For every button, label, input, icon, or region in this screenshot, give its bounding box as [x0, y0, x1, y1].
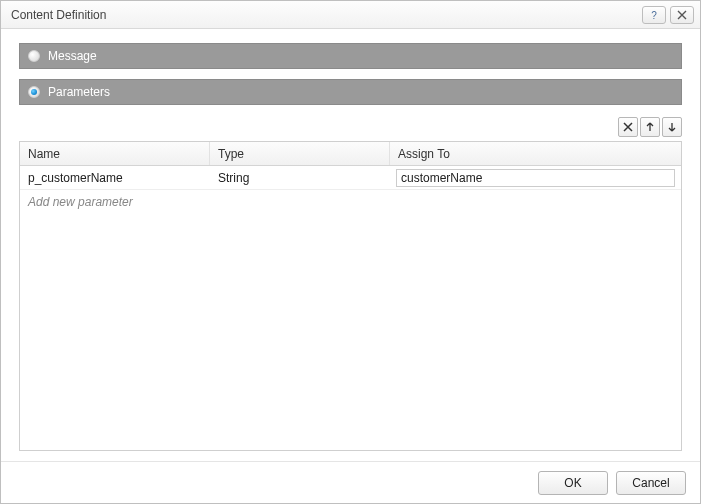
- cell-name[interactable]: p_customerName: [20, 166, 210, 189]
- option-message[interactable]: Message: [19, 43, 682, 69]
- add-new-parameter[interactable]: Add new parameter: [20, 190, 681, 450]
- cancel-button[interactable]: Cancel: [616, 471, 686, 495]
- move-down-button[interactable]: [662, 117, 682, 137]
- close-icon: [676, 9, 688, 21]
- parameters-grid: Name Type Assign To p_customerName Strin…: [19, 141, 682, 451]
- cell-type[interactable]: String: [210, 166, 390, 189]
- title-bar: Content Definition ?: [1, 1, 700, 29]
- radio-icon: [28, 50, 40, 62]
- dialog-window: Content Definition ? Message Parameters: [0, 0, 701, 504]
- cell-assign: [390, 166, 681, 189]
- option-parameters[interactable]: Parameters: [19, 79, 682, 105]
- ok-button[interactable]: OK: [538, 471, 608, 495]
- table-row[interactable]: p_customerName String: [20, 166, 681, 190]
- delete-button[interactable]: [618, 117, 638, 137]
- radio-icon: [28, 86, 40, 98]
- grid-header: Name Type Assign To: [20, 142, 681, 166]
- assign-to-input[interactable]: [396, 169, 675, 187]
- delete-icon: [622, 121, 634, 133]
- column-header-type[interactable]: Type: [210, 142, 390, 165]
- dialog-footer: OK Cancel: [1, 461, 700, 503]
- move-up-button[interactable]: [640, 117, 660, 137]
- svg-text:?: ?: [651, 10, 657, 21]
- arrow-down-icon: [666, 121, 678, 133]
- option-message-label: Message: [48, 49, 97, 63]
- help-icon: ?: [648, 9, 660, 21]
- help-button[interactable]: ?: [642, 6, 666, 24]
- dialog-content: Message Parameters: [1, 29, 700, 461]
- column-header-assign[interactable]: Assign To: [390, 142, 681, 165]
- arrow-up-icon: [644, 121, 656, 133]
- option-parameters-label: Parameters: [48, 85, 110, 99]
- close-button[interactable]: [670, 6, 694, 24]
- column-header-name[interactable]: Name: [20, 142, 210, 165]
- table-toolbar: [19, 117, 682, 137]
- dialog-title: Content Definition: [11, 8, 638, 22]
